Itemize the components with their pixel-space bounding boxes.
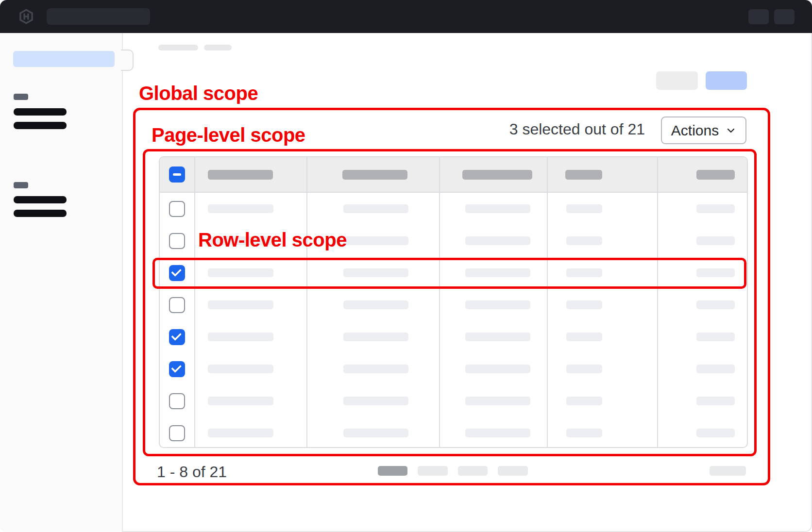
cell-skeleton	[696, 397, 735, 405]
cell-skeleton	[343, 332, 408, 341]
sidebar-nav-item[interactable]	[14, 122, 67, 129]
sidebar-nav-item[interactable]	[14, 108, 67, 116]
cell-skeleton	[696, 204, 735, 213]
breadcrumb-item[interactable]	[204, 45, 232, 50]
pagination-page-button[interactable]	[458, 466, 488, 476]
cell-skeleton	[208, 332, 273, 341]
breadcrumb-item[interactable]	[158, 45, 198, 50]
row-checkbox[interactable]	[169, 425, 185, 441]
annotation-row-scope-label: Row-level scope	[198, 230, 347, 249]
cell-skeleton	[208, 268, 273, 277]
cell-skeleton	[465, 236, 530, 245]
select-all-checkbox[interactable]	[169, 166, 185, 183]
cell-skeleton	[566, 397, 602, 405]
sidebar-active-item[interactable]	[13, 51, 115, 67]
cell-skeleton	[343, 300, 408, 309]
table-row	[160, 193, 747, 225]
data-table	[159, 156, 748, 448]
cell-skeleton	[566, 300, 602, 309]
cell-skeleton	[566, 204, 602, 213]
annotation-page-scope-label: Page-level scope	[152, 125, 305, 145]
cell-skeleton	[208, 397, 273, 405]
cell-skeleton	[208, 204, 273, 213]
cell-skeleton	[696, 332, 735, 341]
primary-button-placeholder[interactable]	[706, 71, 747, 90]
sidebar-section-label	[14, 94, 28, 100]
table-row	[160, 417, 747, 448]
selected-count-text: 3 selected out of 21	[509, 120, 645, 138]
cell-skeleton	[465, 365, 530, 373]
row-checkbox[interactable]	[169, 233, 185, 249]
actions-button-label: Actions	[671, 122, 719, 139]
cell-skeleton	[208, 429, 273, 437]
column-header-skeleton	[462, 170, 532, 180]
cell-skeleton	[696, 365, 735, 373]
sidebar-nav-item[interactable]	[14, 210, 67, 217]
cell-skeleton	[465, 332, 530, 341]
row-checkbox[interactable]	[169, 201, 185, 217]
cell-skeleton	[465, 300, 530, 309]
pagination-size-control[interactable]	[710, 466, 746, 476]
column-header-skeleton	[208, 170, 273, 180]
row-checkbox[interactable]	[169, 329, 185, 345]
hashicorp-logo-icon	[18, 8, 34, 25]
nav-button-placeholder[interactable]	[748, 9, 769, 24]
cell-skeleton	[566, 429, 602, 437]
cell-skeleton	[465, 429, 530, 437]
cell-skeleton	[696, 268, 735, 277]
table-row	[160, 321, 747, 353]
table-header-row	[160, 157, 747, 193]
row-checkbox[interactable]	[169, 393, 185, 409]
nav-search-placeholder[interactable]	[47, 8, 150, 25]
app-frame: 3 selected out of 21 Actions	[0, 0, 812, 532]
pagination-range-text: 1 - 8 of 21	[157, 463, 227, 481]
pagination-page-button[interactable]	[378, 466, 407, 476]
cell-skeleton	[696, 236, 735, 245]
chevron-down-icon	[726, 125, 736, 136]
row-checkbox[interactable]	[169, 297, 185, 313]
nav-button-placeholder[interactable]	[774, 9, 795, 24]
cell-skeleton	[343, 397, 408, 405]
sidebar	[0, 33, 123, 532]
cell-skeleton	[566, 236, 602, 245]
pagination-page-button[interactable]	[418, 466, 448, 476]
cell-skeleton	[696, 429, 735, 437]
cell-skeleton	[343, 204, 408, 213]
cell-skeleton	[465, 268, 530, 277]
table-row	[160, 385, 747, 417]
secondary-button-placeholder[interactable]	[656, 71, 698, 90]
sidebar-section-label	[14, 182, 28, 188]
column-header-skeleton	[342, 170, 407, 180]
actions-dropdown-button[interactable]: Actions	[661, 116, 746, 144]
top-nav	[0, 0, 812, 33]
cell-skeleton	[566, 268, 602, 277]
cell-skeleton	[566, 332, 602, 341]
row-checkbox[interactable]	[169, 265, 185, 281]
pagination-page-button[interactable]	[498, 466, 528, 476]
sidebar-toggle-handle[interactable]	[121, 50, 134, 71]
sidebar-nav-item[interactable]	[14, 196, 67, 203]
cell-skeleton	[343, 429, 408, 437]
column-header-skeleton	[565, 170, 602, 180]
cell-skeleton	[208, 365, 273, 373]
cell-skeleton	[566, 365, 602, 373]
cell-skeleton	[343, 236, 408, 245]
cell-skeleton	[465, 397, 530, 405]
row-checkbox[interactable]	[169, 361, 185, 377]
table-row	[160, 257, 747, 289]
table-row	[160, 353, 747, 385]
cell-skeleton	[696, 300, 735, 309]
cell-skeleton	[208, 300, 273, 309]
cell-skeleton	[465, 204, 530, 213]
cell-skeleton	[343, 268, 408, 277]
annotation-global-scope-label: Global scope	[139, 83, 258, 103]
table-row	[160, 289, 747, 321]
column-header-skeleton	[696, 170, 735, 180]
cell-skeleton	[343, 365, 408, 373]
